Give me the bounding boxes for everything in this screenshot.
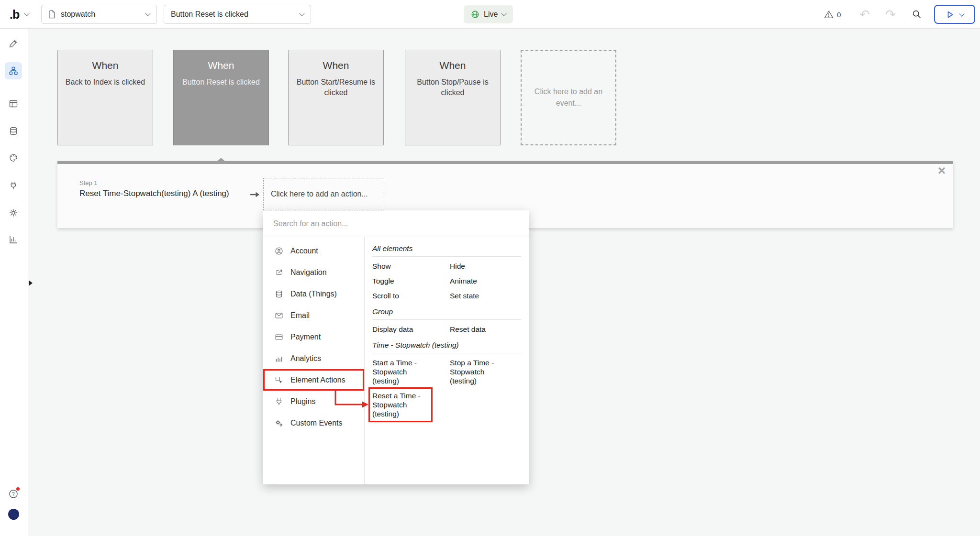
undo-button[interactable]: ↶ [859, 0, 870, 29]
action-item-set-state[interactable]: Set state [450, 291, 506, 300]
redo-button[interactable]: ↷ [885, 0, 896, 29]
layout-icon [9, 99, 18, 109]
action-item-hide[interactable]: Hide [450, 262, 506, 271]
warning-icon [824, 10, 834, 19]
close-icon[interactable]: × [938, 164, 946, 177]
section-header: Time - Stopwatch (testing) [372, 340, 521, 353]
gears-icon [275, 419, 283, 427]
action-item-start-stopwatch[interactable]: Start a Time - Stopwatch (testing) [372, 358, 429, 385]
action-category-navigation[interactable]: Navigation [263, 262, 364, 283]
version-live-selector[interactable]: Live [464, 5, 513, 23]
action-category-account[interactable]: Account [263, 240, 364, 262]
sidebar-item-plugins[interactable] [5, 177, 22, 194]
add-event-card[interactable]: Click here to add an event... [521, 50, 616, 145]
event-card-subtitle: Button Reset is clicked [174, 77, 268, 88]
page-selector-value: stopwatch [61, 10, 95, 19]
add-event-label: Click here to add an event... [529, 86, 608, 109]
category-label: Email [290, 311, 310, 320]
chevron-down-icon [145, 11, 150, 16]
panel-notch [217, 158, 225, 161]
palette-icon [9, 153, 18, 163]
action-category-data-things[interactable]: Data (Things) [263, 283, 364, 305]
chart-icon [9, 235, 18, 244]
action-item-reset-stopwatch[interactable]: Reset a Time - Stopwatch (testing) [372, 391, 429, 418]
workflow-canvas: When Back to Index is clicked When Butto… [28, 29, 980, 536]
workflow-event-selector[interactable]: Button Reset is clicked [164, 5, 311, 24]
action-item-show[interactable]: Show [372, 262, 429, 271]
chevron-down-icon [959, 11, 964, 16]
notification-dot [16, 487, 20, 491]
action-category-analytics[interactable]: Analytics [263, 348, 364, 369]
action-item-stop-stopwatch[interactable]: Stop a Time - Stopwatch (testing) [450, 358, 506, 385]
pencil-icon [9, 39, 18, 48]
account-icon [275, 247, 283, 255]
action-category-custom-events[interactable]: Custom Events [263, 412, 364, 434]
section-time-stopwatch: Time - Stopwatch (testing) Start a Time … [372, 340, 521, 425]
event-card-subtitle: Button Stop/Pause is clicked [405, 77, 500, 98]
action-category-payment[interactable]: Payment [263, 326, 364, 348]
action-item-scroll-to[interactable]: Scroll to [372, 291, 429, 300]
sidebar-item-design[interactable] [5, 35, 22, 52]
event-card-title: When [174, 50, 268, 71]
sidebar-item-logs[interactable] [5, 231, 22, 248]
step-label: Step 1 [79, 179, 98, 186]
play-icon [946, 10, 955, 19]
category-label: Data (Things) [290, 290, 337, 298]
database-icon [275, 290, 283, 298]
event-card-title: When [289, 50, 383, 71]
event-card-subtitle: Button Start/Resume is clicked [289, 77, 383, 98]
panel-scrollbar[interactable] [57, 161, 953, 164]
bubble-logo-menu[interactable]: .b [10, 0, 29, 29]
add-action-box[interactable]: Click here to add an action... [263, 178, 384, 210]
event-card[interactable]: When Button Stop/Pause is clicked [405, 50, 501, 145]
sidebar-item-data[interactable] [5, 122, 22, 140]
left-sidebar: ? [0, 29, 27, 536]
analytics-icon [275, 354, 283, 363]
plug-icon [275, 397, 283, 406]
action-search-input[interactable] [263, 219, 529, 228]
add-action-label: Click here to add an action... [271, 190, 368, 198]
annotation-arrow [334, 389, 371, 409]
category-label: Payment [290, 333, 321, 341]
database-icon [9, 126, 18, 136]
page-selector[interactable]: stopwatch [41, 5, 157, 24]
event-card-selected[interactable]: When Button Reset is clicked [173, 50, 269, 145]
step-title[interactable]: Reset Time-Stopwatch(testing) A (testing… [79, 189, 229, 198]
sidebar-item-styles[interactable] [5, 149, 22, 166]
topbar: .b stopwatch Button Reset is clicked Liv… [0, 0, 980, 29]
action-item-toggle[interactable]: Toggle [372, 276, 429, 285]
page-icon [48, 10, 56, 19]
event-card[interactable]: When Back to Index is clicked [57, 50, 153, 145]
element-actions-icon [275, 376, 283, 384]
help-button[interactable]: ? [5, 485, 22, 503]
arrow-right-icon [250, 191, 261, 198]
sidebar-expand-handle[interactable] [29, 280, 33, 286]
search-button[interactable] [912, 10, 922, 19]
navigation-icon [275, 268, 283, 277]
category-label: Element Actions [290, 376, 345, 384]
action-category-list: Account Navigation Data (Things) Email P [263, 237, 365, 484]
sidebar-item-workflow[interactable] [5, 62, 22, 79]
issues-indicator[interactable]: 0 [824, 0, 841, 29]
sidebar-item-settings[interactable] [5, 204, 22, 221]
payment-icon [275, 333, 283, 341]
category-label: Account [290, 247, 318, 255]
workflow-icon [9, 66, 18, 76]
action-category-email[interactable]: Email [263, 305, 364, 326]
section-group: Group Display data Reset data [372, 307, 521, 340]
chevron-down-icon [24, 11, 30, 16]
event-card[interactable]: When Button Start/Resume is clicked [288, 50, 384, 145]
sidebar-item-components[interactable] [5, 95, 22, 112]
action-item-animate[interactable]: Animate [450, 276, 506, 285]
live-label: Live [484, 10, 498, 19]
globe-icon [471, 10, 479, 19]
preview-button[interactable] [934, 5, 975, 24]
event-card-title: When [58, 50, 153, 71]
workflow-selector-value: Button Reset is clicked [171, 10, 248, 19]
action-item-display-data[interactable]: Display data [372, 325, 429, 334]
plug-icon [9, 181, 18, 190]
action-item-reset-data[interactable]: Reset data [450, 325, 506, 334]
action-category-element-actions[interactable]: Element Actions [263, 369, 364, 391]
avatar[interactable] [8, 509, 19, 520]
issues-count: 0 [837, 11, 841, 19]
